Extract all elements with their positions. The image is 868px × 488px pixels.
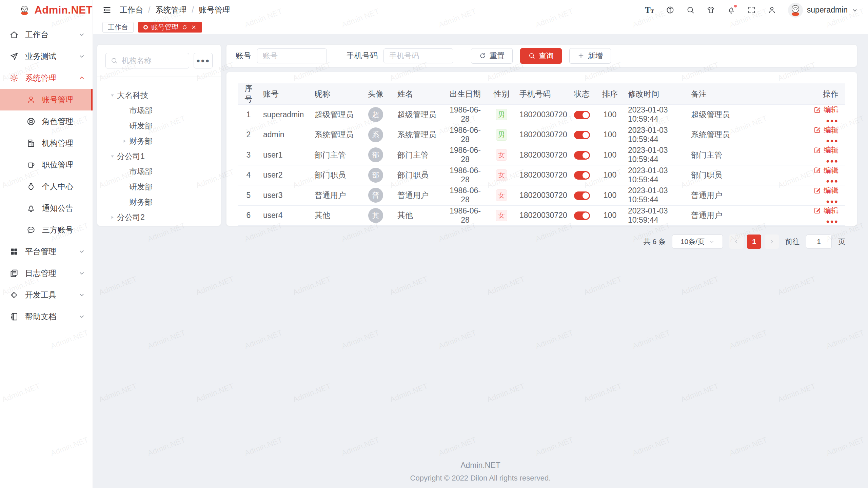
search-button[interactable]: 查询	[520, 48, 562, 64]
sidebar-item-6[interactable]: 帮助文档	[0, 306, 93, 327]
edit-button[interactable]: 编辑	[814, 105, 839, 115]
breadcrumb-item-1[interactable]: 系统管理	[155, 5, 186, 14]
cell-remark: 普通用户	[687, 205, 806, 226]
cell-gender: 女	[488, 185, 515, 206]
user-icon[interactable]	[768, 6, 776, 14]
prev-page-button[interactable]	[729, 235, 744, 249]
cell-name: 部门主管	[393, 145, 443, 165]
font-size-icon[interactable]: Tт	[645, 6, 654, 14]
gender-badge: 男	[496, 109, 507, 120]
avatar: 系	[368, 127, 383, 142]
current-page[interactable]: 1	[747, 235, 761, 249]
edit-button[interactable]: 编辑	[814, 145, 839, 155]
page-size-select[interactable]: 10条/页	[672, 235, 723, 249]
sidebar-subitem-label: 角色管理	[42, 116, 73, 127]
edit-button[interactable]: 编辑	[814, 206, 839, 216]
cell-time: 2023-01-03 10:59:44	[624, 125, 687, 145]
tree-node[interactable]: 研发部	[105, 118, 213, 134]
edit-button[interactable]: 编辑	[814, 185, 839, 196]
account-input[interactable]	[257, 48, 327, 63]
cell-action: 编辑●●●	[806, 165, 845, 185]
tree-node[interactable]: 分公司2	[105, 210, 213, 225]
watermark-text: Admin.NET	[728, 328, 768, 351]
breadcrumb-item-0[interactable]: 工作台	[120, 5, 143, 14]
query-bar: 账号 手机号码 重置 查询 新增	[226, 44, 857, 67]
locale-icon[interactable]	[666, 6, 674, 14]
tree-node[interactable]: 市场部	[105, 103, 213, 118]
row-more-button[interactable]: ●●●	[826, 118, 839, 124]
breadcrumb-item-2[interactable]: 账号管理	[199, 5, 230, 14]
add-button[interactable]: 新增	[569, 48, 611, 64]
status-toggle[interactable]	[574, 191, 590, 200]
goto-page-input[interactable]	[806, 235, 832, 249]
column-header-name: 姓名	[393, 83, 443, 105]
reset-button[interactable]: 重置	[471, 48, 513, 64]
fullscreen-icon[interactable]	[747, 6, 756, 14]
row-more-button[interactable]: ●●●	[826, 218, 839, 225]
cell-avatar: 部	[358, 145, 393, 165]
tree-node[interactable]: 大名科技	[105, 88, 213, 103]
tab-refresh-icon[interactable]	[182, 24, 188, 30]
caret-none	[120, 106, 129, 116]
edit-button[interactable]: 编辑	[814, 165, 839, 176]
tree-node[interactable]: 市场部	[105, 164, 213, 179]
tree-node[interactable]: 财务部	[105, 195, 213, 210]
sidebar-item-5[interactable]: 开发工具	[0, 284, 93, 306]
column-header-sort: 排序	[596, 83, 624, 105]
search-icon[interactable]	[686, 6, 695, 14]
status-toggle[interactable]	[574, 111, 590, 119]
phone-input[interactable]	[383, 48, 453, 63]
sidebar-item-4[interactable]: 日志管理	[0, 262, 93, 284]
sidebar-subitem-4[interactable]: 个人中心	[0, 176, 93, 197]
status-toggle[interactable]	[574, 151, 590, 160]
caret-right-icon	[120, 137, 129, 146]
sidebar-item-3[interactable]: 平台管理	[0, 241, 93, 262]
sidebar-item-0[interactable]: 工作台	[0, 24, 93, 45]
next-page-button[interactable]	[765, 235, 779, 249]
sidebar-subitem-5[interactable]: 通知公告	[0, 197, 93, 219]
tab-close-icon[interactable]	[191, 24, 197, 30]
tree-node[interactable]: 财务部	[105, 134, 213, 149]
edit-button[interactable]: 编辑	[814, 125, 839, 135]
status-toggle[interactable]	[574, 171, 590, 180]
sidebar-subitem-active-0[interactable]: 账号管理	[0, 89, 93, 110]
role-icon	[26, 117, 36, 126]
cell-sort: 100	[596, 125, 624, 145]
tree-more-button[interactable]: ●●●	[194, 53, 213, 68]
row-more-button[interactable]: ●●●	[826, 138, 839, 144]
cell-account: user4	[259, 205, 311, 226]
watermark-text: Admin.NET	[292, 274, 332, 297]
tree-node[interactable]: 研发部	[105, 179, 213, 195]
watermark-text: Admin.NET	[631, 435, 671, 458]
sidebar-subitem-1[interactable]: 角色管理	[0, 110, 93, 132]
sidebar-item-2[interactable]: 系统管理	[0, 67, 93, 89]
cell-phone: 18020030720	[515, 185, 568, 206]
cell-birth: 1986-06-28	[443, 205, 488, 226]
sidebar-subitem-3[interactable]: 职位管理	[0, 154, 93, 176]
row-more-button[interactable]: ●●●	[826, 178, 839, 184]
org-search-input[interactable]: 机构名称	[105, 53, 189, 68]
collapse-sidebar-icon[interactable]	[102, 5, 112, 15]
tab-0[interactable]: 工作台	[102, 22, 134, 33]
watermark-text: Admin.NET	[486, 382, 526, 404]
sidebar-item-1[interactable]: 业务测试	[0, 45, 93, 67]
user-menu[interactable]: superadmin	[788, 3, 858, 18]
cell-phone: 18020030720	[515, 125, 568, 145]
row-more-button[interactable]: ●●●	[826, 158, 839, 164]
table-row: 2admin系统管理员系系统管理员1986-06-28男180200307201…	[238, 125, 845, 145]
notification-bell-icon[interactable]	[727, 6, 735, 14]
column-header-remark: 备注	[687, 83, 806, 105]
sidebar-subitem-6[interactable]: 三方账号	[0, 219, 93, 241]
cell-status	[568, 185, 596, 206]
tab-1[interactable]: 账号管理	[138, 22, 202, 33]
sidebar-subitem-2[interactable]: 机构管理	[0, 132, 93, 154]
caret-none	[120, 121, 129, 131]
row-more-button[interactable]: ●●●	[826, 198, 839, 205]
footer-copyright: Copyright © 2022 Dilon All rights reserv…	[93, 474, 868, 483]
tree-node[interactable]: 分公司1	[105, 149, 213, 164]
theme-icon[interactable]	[707, 6, 715, 14]
status-toggle[interactable]	[574, 211, 590, 220]
edit-icon	[814, 147, 821, 154]
cell-phone: 18020030720	[515, 105, 568, 125]
status-toggle[interactable]	[574, 131, 590, 139]
